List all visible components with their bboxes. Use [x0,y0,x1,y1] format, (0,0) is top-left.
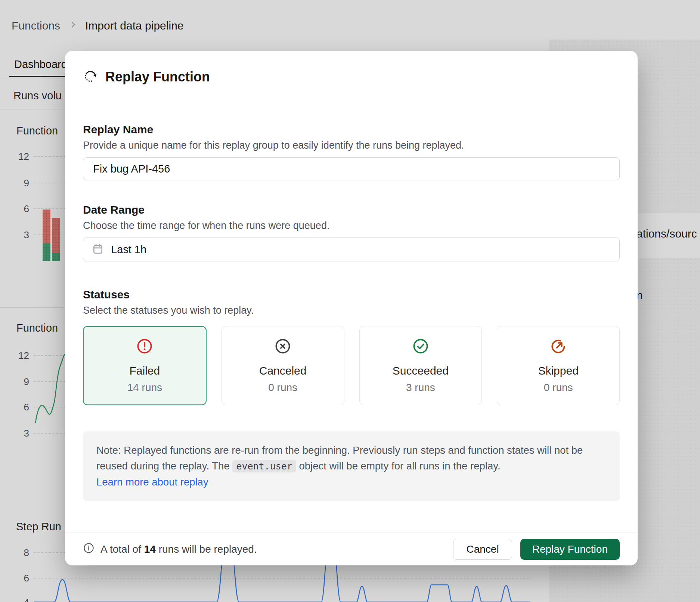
skip-arrow-icon [550,338,567,356]
learn-more-link[interactable]: Learn more about replay [96,474,208,490]
info-icon [83,542,95,556]
status-count: 14 runs [127,382,162,394]
modal-body: Replay Name Provide a unique name for th… [65,103,638,533]
replay-name-input[interactable] [83,157,620,180]
status-count: 3 runs [406,382,435,394]
date-range-description: Choose the time range for when the runs … [83,220,620,232]
date-range-input[interactable]: Last 1h [83,238,620,261]
statuses-description: Select the statuses you wish to replay. [83,305,620,316]
check-circle-icon [412,338,429,356]
date-range-label: Date Range [83,204,620,216]
summary-count: 14 [144,543,156,555]
status-card-succeeded[interactable]: Succeeded 3 runs [359,326,482,405]
footer-buttons: Cancel Replay Function [453,539,620,560]
status-name: Canceled [259,364,307,377]
statuses-section: Statuses Select the statuses you wish to… [83,288,620,405]
summary-text: A total of 14 runs will be replayed. [100,543,257,555]
note-box: Note: Replayed functions are re-run from… [83,431,620,501]
status-card-canceled[interactable]: Canceled 0 runs [222,326,344,405]
status-name: Skipped [538,364,578,377]
footer-summary: A total of 14 runs will be replayed. [83,542,257,556]
replay-icon [83,69,98,85]
status-card-skipped[interactable]: Skipped 0 runs [497,326,620,405]
modal-header: Replay Function [65,51,638,103]
replay-function-modal: Replay Function Replay Name Provide a un… [65,51,638,565]
note-code: event.user [232,460,296,472]
replay-name-description: Provide a unique name for this replay gr… [83,140,620,151]
alert-circle-icon [136,338,153,356]
replay-name-label: Replay Name [83,123,620,136]
date-range-section: Date Range Choose the time range for whe… [83,204,620,261]
note-text: object will be empty for all runs in the… [296,460,501,472]
cancel-button[interactable]: Cancel [453,539,512,560]
calendar-icon [92,242,104,257]
status-count: 0 runs [268,382,297,394]
status-count: 0 runs [544,382,573,394]
replay-function-button[interactable]: Replay Function [520,539,620,560]
modal-title: Replay Function [105,69,210,85]
status-card-row: Failed 14 runs Canceled 0 runs [83,326,620,405]
status-name: Succeeded [393,364,449,377]
modal-footer: A total of 14 runs will be replayed. Can… [65,533,638,565]
status-card-failed[interactable]: Failed 14 runs [83,326,207,405]
replay-name-section: Replay Name Provide a unique name for th… [83,123,620,180]
date-range-value: Last 1h [111,243,146,256]
x-circle-icon [274,338,291,356]
status-name: Failed [130,364,160,377]
statuses-label: Statuses [83,288,620,301]
